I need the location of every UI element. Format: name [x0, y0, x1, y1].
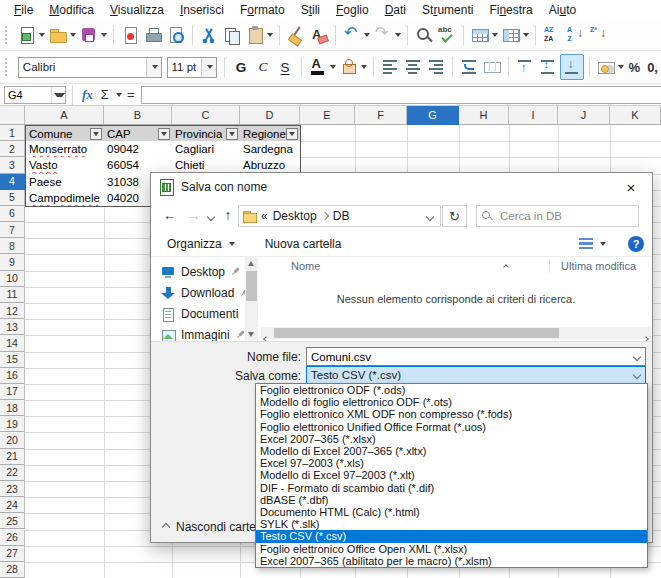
file-type-dropdown-button[interactable]	[629, 372, 645, 378]
file-type-option[interactable]: Foglio elettronico Office Open XML (*.xl…	[256, 543, 647, 555]
row-header-28[interactable]: 28	[0, 562, 25, 578]
breadcrumb-collapse[interactable]: «	[261, 209, 268, 223]
file-type-option[interactable]: Modello di Excel 97–2003 (*.xlt)	[256, 469, 647, 481]
table-header-cell[interactable]: Regione	[240, 125, 301, 142]
dropdown-arrow-icon[interactable]	[361, 65, 367, 69]
currency-format-button[interactable]	[595, 54, 625, 80]
cut-button[interactable]	[198, 22, 220, 48]
menu-file[interactable]: File	[6, 1, 41, 19]
font-size-dropdown-button[interactable]	[201, 58, 216, 77]
row-header-1[interactable]: 1	[0, 125, 25, 141]
row-header-9[interactable]: 9	[0, 254, 25, 270]
row-header-12[interactable]: 12	[0, 303, 25, 319]
clear-formatting-button[interactable]	[308, 22, 330, 48]
toolbar-grip[interactable]	[5, 26, 11, 44]
font-name-combobox[interactable]: Calibri	[18, 57, 162, 78]
autofilter-button[interactable]	[90, 128, 102, 140]
row-header-18[interactable]: 18	[0, 400, 25, 416]
menu-finestra[interactable]: Finestra	[481, 1, 540, 19]
merge-cells-button[interactable]	[481, 54, 503, 80]
dropdown-arrow-icon[interactable]	[330, 65, 336, 69]
dropdown-arrow-icon[interactable]	[523, 33, 529, 37]
dropdown-arrow-icon[interactable]	[395, 33, 401, 37]
menu-modifica[interactable]: Modifica	[41, 1, 102, 19]
table-cell[interactable]: Vasto	[25, 157, 105, 174]
breadcrumb-item-desktop[interactable]: Desktop	[273, 209, 317, 223]
menu-aiuto[interactable]: Aiuto	[541, 1, 584, 19]
column-header-k[interactable]: K	[610, 106, 661, 125]
row-header-25[interactable]: 25	[0, 513, 25, 529]
sum-dropdown-icon[interactable]	[116, 93, 122, 97]
dropdown-arrow-icon[interactable]	[364, 33, 370, 37]
wrap-text-button[interactable]	[458, 54, 480, 80]
name-box-dropdown-button[interactable]	[51, 87, 65, 103]
up-button[interactable]: ↑	[217, 203, 239, 227]
row-header-21[interactable]: 21	[0, 449, 25, 465]
function-wizard-button[interactable]: fx	[79, 87, 96, 103]
table-cell[interactable]: Monserrato	[25, 141, 105, 158]
menu-visualizza[interactable]: Visualizza	[102, 1, 172, 19]
align-center-button[interactable]	[402, 54, 424, 80]
pin-icon[interactable]	[229, 265, 242, 278]
file-type-option[interactable]: Modello di Excel 2007–365 (*.xltx)	[256, 445, 647, 457]
column-header-ultima-modifica[interactable]: Ultima modifica	[561, 260, 636, 272]
file-type-option[interactable]: Testo CSV (*.csv)	[256, 530, 647, 542]
menu-foglio[interactable]: Foglio	[328, 1, 377, 19]
paste-button[interactable]	[244, 22, 274, 48]
bold-button[interactable]: G	[230, 56, 251, 78]
grid-corner[interactable]	[0, 106, 25, 125]
column-header-h[interactable]: H	[459, 106, 509, 125]
file-type-option[interactable]: Foglio elettronico XML ODF non compresso…	[256, 408, 647, 420]
row-header-22[interactable]: 22	[0, 465, 25, 481]
undo-button[interactable]	[341, 22, 371, 48]
file-type-combobox[interactable]: Testo CSV (*.csv)	[306, 366, 646, 384]
cell-reference-box[interactable]: G4	[4, 86, 66, 104]
font-color-button[interactable]	[307, 54, 337, 80]
table-header-cell[interactable]: Provincia	[172, 125, 241, 142]
table-cell[interactable]: 09042	[104, 141, 173, 158]
percent-format-button[interactable]: %	[626, 54, 644, 80]
highlight-color-button[interactable]	[338, 54, 368, 80]
redo-button[interactable]	[372, 22, 402, 48]
sidebar-item-download[interactable]: Download	[151, 282, 245, 303]
table-cell[interactable]: Cagliari	[172, 141, 241, 158]
column-header-i[interactable]: I	[509, 106, 558, 125]
row-header-5[interactable]: 5	[0, 190, 25, 206]
row-header-10[interactable]: 10	[0, 271, 25, 287]
help-button[interactable]: ?	[628, 236, 644, 252]
file-type-option[interactable]: Foglio elettronico Unified Office Format…	[256, 421, 647, 433]
dropdown-arrow-icon[interactable]	[70, 33, 76, 37]
row-header-7[interactable]: 7	[0, 222, 25, 238]
sidebar-scrollbar[interactable]	[245, 257, 258, 341]
row-header-8[interactable]: 8	[0, 238, 25, 254]
file-type-option[interactable]: Excel 2007–365 (abilitato per le macro) …	[256, 555, 647, 567]
dropdown-arrow-icon[interactable]	[267, 33, 273, 37]
scroll-down-icon[interactable]	[248, 332, 254, 337]
underline-button[interactable]: S	[275, 56, 296, 78]
row-header-6[interactable]: 6	[0, 206, 25, 222]
column-header-nome[interactable]: Nome	[291, 260, 320, 272]
sort-button[interactable]	[541, 22, 563, 48]
align-top-button[interactable]	[514, 54, 536, 80]
column-header-a[interactable]: A	[25, 106, 104, 125]
number-format-button[interactable]: 0,	[644, 54, 661, 80]
column-header-e[interactable]: E	[300, 106, 355, 125]
menu-dati[interactable]: Dati	[377, 1, 414, 19]
row-header-11[interactable]: 11	[0, 287, 25, 303]
export-pdf-button[interactable]	[119, 22, 141, 48]
breadcrumb[interactable]: « Desktop DB	[238, 205, 441, 227]
table-cell[interactable]: Paese	[25, 174, 105, 191]
search-input[interactable]	[498, 209, 633, 223]
save-button[interactable]	[78, 22, 108, 48]
dropdown-arrow-icon[interactable]	[618, 65, 624, 69]
column-header-g[interactable]: G	[407, 106, 459, 125]
spelling-button[interactable]	[436, 22, 458, 48]
align-left-button[interactable]	[379, 54, 401, 80]
autofilter-button[interactable]	[286, 128, 298, 140]
search-box[interactable]	[476, 205, 639, 227]
menu-formato[interactable]: Formato	[232, 1, 293, 19]
column-divider[interactable]	[549, 259, 550, 273]
clone-formatting-button[interactable]	[285, 22, 307, 48]
table-header-cell[interactable]: CAP	[104, 125, 173, 142]
sidebar-item-desktop[interactable]: Desktop	[151, 261, 245, 282]
